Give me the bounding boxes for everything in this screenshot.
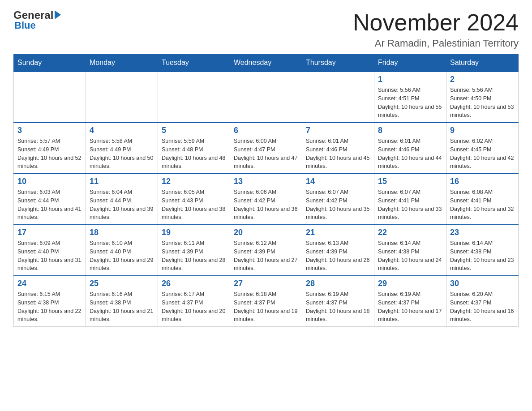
day-number: 25 [90,279,154,288]
day-info: Sunrise: 6:06 AMSunset: 4:42 PMDaylight:… [234,188,298,222]
calendar-cell-w3-d3: 12 Sunrise: 6:05 AMSunset: 4:43 PMDaylig… [158,174,230,225]
page-header: General Blue November 2024 Ar Ramadin, P… [13,9,519,49]
logo-blue: Blue [14,20,36,31]
calendar-cell-w1-d3 [158,72,230,123]
calendar-cell-w2-d2: 4 Sunrise: 5:58 AMSunset: 4:49 PMDayligh… [86,123,158,174]
calendar-cell-w1-d7: 2 Sunrise: 5:56 AMSunset: 4:50 PMDayligh… [446,72,519,123]
day-number: 11 [90,177,154,186]
day-number: 3 [17,126,82,135]
calendar-cell-w1-d5 [302,72,374,123]
location: Ar Ramadin, Palestinian Territory [353,38,519,49]
day-info: Sunrise: 6:14 AMSunset: 4:38 PMDaylight:… [378,239,442,273]
day-number: 6 [234,126,298,135]
col-sunday: Sunday [14,54,86,72]
day-info: Sunrise: 6:13 AMSunset: 4:39 PMDaylight:… [306,239,370,273]
day-info: Sunrise: 6:00 AMSunset: 4:47 PMDaylight:… [234,137,298,171]
day-info: Sunrise: 6:17 AMSunset: 4:37 PMDaylight:… [162,290,226,324]
day-info: Sunrise: 5:57 AMSunset: 4:49 PMDaylight:… [17,137,82,171]
col-friday: Friday [374,54,446,72]
day-info: Sunrise: 6:07 AMSunset: 4:42 PMDaylight:… [306,188,370,222]
day-number: 5 [162,126,226,135]
day-info: Sunrise: 6:01 AMSunset: 4:46 PMDaylight:… [306,137,370,171]
day-number: 26 [162,279,226,288]
day-number: 17 [17,228,82,237]
month-title: November 2024 [353,9,519,36]
calendar-cell-w3-d7: 16 Sunrise: 6:08 AMSunset: 4:41 PMDaylig… [446,174,519,225]
calendar-cell-w3-d2: 11 Sunrise: 6:04 AMSunset: 4:44 PMDaylig… [86,174,158,225]
day-number: 21 [306,228,370,237]
day-info: Sunrise: 6:20 AMSunset: 4:37 PMDaylight:… [450,290,515,324]
calendar-cell-w3-d5: 14 Sunrise: 6:07 AMSunset: 4:42 PMDaylig… [302,174,374,225]
day-info: Sunrise: 5:56 AMSunset: 4:51 PMDaylight:… [378,86,442,120]
day-info: Sunrise: 6:11 AMSunset: 4:39 PMDaylight:… [162,239,226,273]
day-number: 27 [234,279,298,288]
day-info: Sunrise: 6:14 AMSunset: 4:38 PMDaylight:… [450,239,515,273]
day-info: Sunrise: 6:19 AMSunset: 4:37 PMDaylight:… [306,290,370,324]
logo: General Blue [13,9,61,31]
calendar-cell-w4-d3: 19 Sunrise: 6:11 AMSunset: 4:39 PMDaylig… [158,225,230,276]
calendar-cell-w5-d1: 24 Sunrise: 6:15 AMSunset: 4:38 PMDaylig… [14,276,86,327]
day-number: 22 [378,228,442,237]
day-info: Sunrise: 6:09 AMSunset: 4:40 PMDaylight:… [17,239,82,273]
calendar-cell-w3-d6: 15 Sunrise: 6:07 AMSunset: 4:41 PMDaylig… [374,174,446,225]
calendar-week-5: 24 Sunrise: 6:15 AMSunset: 4:38 PMDaylig… [14,276,519,327]
day-info: Sunrise: 6:19 AMSunset: 4:37 PMDaylight:… [378,290,442,324]
calendar-cell-w2-d7: 9 Sunrise: 6:02 AMSunset: 4:45 PMDayligh… [446,123,519,174]
day-number: 15 [378,177,442,186]
calendar-week-3: 10 Sunrise: 6:03 AMSunset: 4:44 PMDaylig… [14,174,519,225]
calendar-cell-w4-d6: 22 Sunrise: 6:14 AMSunset: 4:38 PMDaylig… [374,225,446,276]
calendar-table: Sunday Monday Tuesday Wednesday Thursday… [13,54,519,327]
calendar-week-4: 17 Sunrise: 6:09 AMSunset: 4:40 PMDaylig… [14,225,519,276]
col-tuesday: Tuesday [158,54,230,72]
calendar-cell-w5-d2: 25 Sunrise: 6:16 AMSunset: 4:38 PMDaylig… [86,276,158,327]
day-number: 14 [306,177,370,186]
day-number: 12 [162,177,226,186]
day-info: Sunrise: 6:15 AMSunset: 4:38 PMDaylight:… [17,290,82,324]
logo-arrow-icon [55,10,61,19]
day-info: Sunrise: 6:16 AMSunset: 4:38 PMDaylight:… [90,290,154,324]
calendar-cell-w2-d6: 8 Sunrise: 6:01 AMSunset: 4:46 PMDayligh… [374,123,446,174]
col-saturday: Saturday [446,54,519,72]
day-number: 30 [450,279,515,288]
day-number: 29 [378,279,442,288]
calendar-cell-w2-d5: 7 Sunrise: 6:01 AMSunset: 4:46 PMDayligh… [302,123,374,174]
day-number: 8 [378,126,442,135]
day-info: Sunrise: 5:58 AMSunset: 4:49 PMDaylight:… [90,137,154,171]
day-info: Sunrise: 6:10 AMSunset: 4:40 PMDaylight:… [90,239,154,273]
day-info: Sunrise: 6:12 AMSunset: 4:39 PMDaylight:… [234,239,298,273]
col-thursday: Thursday [302,54,374,72]
day-info: Sunrise: 6:18 AMSunset: 4:37 PMDaylight:… [234,290,298,324]
day-info: Sunrise: 5:56 AMSunset: 4:50 PMDaylight:… [450,86,515,120]
calendar-cell-w5-d5: 28 Sunrise: 6:19 AMSunset: 4:37 PMDaylig… [302,276,374,327]
calendar-cell-w4-d7: 23 Sunrise: 6:14 AMSunset: 4:38 PMDaylig… [446,225,519,276]
day-info: Sunrise: 5:59 AMSunset: 4:48 PMDaylight:… [162,137,226,171]
day-info: Sunrise: 6:04 AMSunset: 4:44 PMDaylight:… [90,188,154,222]
calendar-cell-w4-d4: 20 Sunrise: 6:12 AMSunset: 4:39 PMDaylig… [230,225,302,276]
calendar-cell-w1-d1 [14,72,86,123]
col-monday: Monday [86,54,158,72]
calendar-cell-w2-d3: 5 Sunrise: 5:59 AMSunset: 4:48 PMDayligh… [158,123,230,174]
day-info: Sunrise: 6:07 AMSunset: 4:41 PMDaylight:… [378,188,442,222]
calendar-cell-w1-d2 [86,72,158,123]
day-number: 7 [306,126,370,135]
calendar-week-2: 3 Sunrise: 5:57 AMSunset: 4:49 PMDayligh… [14,123,519,174]
calendar-cell-w4-d2: 18 Sunrise: 6:10 AMSunset: 4:40 PMDaylig… [86,225,158,276]
day-number: 28 [306,279,370,288]
calendar-cell-w5-d7: 30 Sunrise: 6:20 AMSunset: 4:37 PMDaylig… [446,276,519,327]
calendar-cell-w5-d4: 27 Sunrise: 6:18 AMSunset: 4:37 PMDaylig… [230,276,302,327]
calendar-header-row: Sunday Monday Tuesday Wednesday Thursday… [14,54,519,72]
day-number: 9 [450,126,515,135]
calendar-cell-w2-d4: 6 Sunrise: 6:00 AMSunset: 4:47 PMDayligh… [230,123,302,174]
calendar-cell-w5-d3: 26 Sunrise: 6:17 AMSunset: 4:37 PMDaylig… [158,276,230,327]
title-area: November 2024 Ar Ramadin, Palestinian Te… [353,9,519,49]
calendar-cell-w3-d4: 13 Sunrise: 6:06 AMSunset: 4:42 PMDaylig… [230,174,302,225]
day-number: 24 [17,279,82,288]
day-info: Sunrise: 6:01 AMSunset: 4:46 PMDaylight:… [378,137,442,171]
day-number: 23 [450,228,515,237]
calendar-cell-w5-d6: 29 Sunrise: 6:19 AMSunset: 4:37 PMDaylig… [374,276,446,327]
calendar-week-1: 1 Sunrise: 5:56 AMSunset: 4:51 PMDayligh… [14,72,519,123]
day-number: 10 [17,177,82,186]
calendar-cell-w4-d1: 17 Sunrise: 6:09 AMSunset: 4:40 PMDaylig… [14,225,86,276]
calendar-cell-w4-d5: 21 Sunrise: 6:13 AMSunset: 4:39 PMDaylig… [302,225,374,276]
day-number: 19 [162,228,226,237]
